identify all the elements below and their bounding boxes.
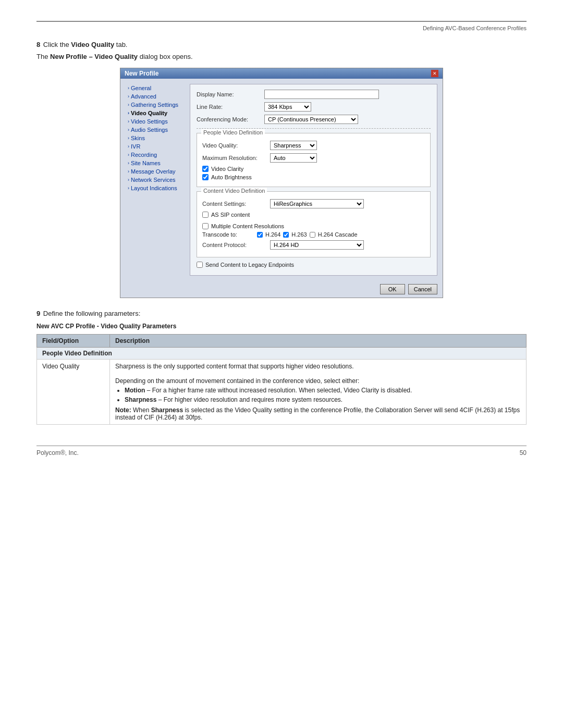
ok-button[interactable]: OK: [380, 284, 405, 294]
arrow-icon: ›: [128, 85, 129, 91]
separator: [197, 128, 431, 129]
people-video-body: Video Quality: Sharpness Motion Maximum …: [202, 141, 425, 180]
arrow-icon: ›: [128, 186, 129, 191]
header-title: Defining AVC-Based Conference Profiles: [36, 25, 527, 31]
transcode-row: Transcode to: H.264 H.263 H.264 Cascade: [202, 231, 425, 238]
line-rate-label: Line Rate:: [197, 104, 264, 110]
auto-brightness-row: Auto Brightness: [202, 174, 425, 180]
step8-text: Click the: [43, 41, 71, 48]
auto-brightness-checkbox[interactable]: [202, 174, 209, 180]
sharpness-text: – For higher video resolution and requir…: [158, 396, 343, 403]
sidebar-item-video-quality[interactable]: ›Video Quality: [126, 109, 186, 117]
step8-subbold: New Profile – Video Quality: [50, 53, 138, 60]
sidebar-item-skins[interactable]: ›Skins: [126, 134, 186, 142]
sidebar-item-gathering[interactable]: ›Gathering Settings: [126, 101, 186, 109]
arrow-icon: ›: [128, 110, 129, 116]
multiple-content-checkbox[interactable]: [202, 223, 209, 229]
content-video-section: Content Video Definition Content Setting…: [197, 191, 431, 257]
arrow-icon: ›: [128, 135, 129, 141]
step8-subtext: The: [36, 53, 50, 60]
note-when: When: [133, 406, 151, 414]
sidebar-item-network-services[interactable]: ›Network Services: [126, 176, 186, 184]
dialog-titlebar: New Profile ✕: [120, 68, 443, 79]
h264-label: H.264: [265, 231, 280, 238]
h264-checkbox[interactable]: [257, 232, 263, 238]
send-content-checkbox[interactable]: [197, 262, 203, 268]
conferencing-mode-select[interactable]: CP (Continuous Presence): [264, 115, 358, 124]
arrow-icon: ›: [128, 119, 129, 124]
note-sharpness-bold: Sharpness: [151, 406, 183, 414]
sidebar-item-video-settings[interactable]: ›Video Settings: [126, 117, 186, 126]
note-text: Note: When Sharpness is selected as the …: [115, 406, 521, 421]
dialog-sidebar: ›General ›Advanced ›Gathering Settings ›…: [126, 84, 186, 276]
transcode-label: Transcode to:: [202, 231, 254, 238]
line-rate-select[interactable]: 384 Kbps: [264, 102, 311, 112]
auto-brightness-label: Auto Brightness: [211, 174, 252, 180]
h263-checkbox[interactable]: [283, 232, 289, 238]
desc-bullets: Motion – For a higher frame rate without…: [125, 387, 521, 403]
display-name-row: Display Name:: [197, 90, 431, 99]
dialog-footer: OK Cancel: [120, 281, 443, 298]
step9-number: 9: [36, 310, 40, 317]
content-protocol-row: Content Protocol: H.264 HD: [202, 240, 425, 250]
dialog-title: New Profile: [125, 70, 158, 77]
step9-instruction: 9 Define the following parameters:: [36, 310, 527, 317]
as-sip-content-row: AS SIP content: [202, 212, 425, 218]
sidebar-item-audio-settings[interactable]: ›Audio Settings: [126, 126, 186, 134]
send-content-row: Send Content to Legacy Endpoints: [197, 262, 431, 268]
sidebar-item-message-overlay[interactable]: ›Message Overlay: [126, 167, 186, 176]
col-header-description: Description: [110, 335, 527, 348]
content-settings-select[interactable]: HiResGraphics: [270, 199, 364, 208]
video-quality-row: Video Quality: Sharpness Motion: [202, 141, 425, 150]
step9-text: Define the following parameters:: [43, 310, 140, 317]
dialog-close-button[interactable]: ✕: [431, 70, 438, 77]
display-name-label: Display Name:: [197, 91, 264, 97]
content-settings-row: Content Settings: HiResGraphics: [202, 199, 425, 208]
multiple-content-label: Multiple Content Resolutions: [211, 223, 284, 229]
conferencing-mode-label: Conferencing Mode:: [197, 116, 264, 122]
dialog-body: ›General ›Advanced ›Gathering Settings ›…: [120, 79, 443, 281]
sidebar-item-ivr[interactable]: ›IVR: [126, 142, 186, 151]
content-settings-label: Content Settings:: [202, 201, 270, 207]
company-name: Polycom®, Inc.: [36, 449, 79, 456]
sidebar-item-recording[interactable]: ›Recording: [126, 151, 186, 159]
arrow-icon: ›: [128, 161, 129, 166]
content-video-body: Content Settings: HiResGraphics AS SIP c…: [202, 199, 425, 250]
new-profile-dialog: New Profile ✕ ›General ›Advanced ›Gather…: [120, 68, 443, 298]
sidebar-item-site-names[interactable]: ›Site Names: [126, 159, 186, 167]
video-clarity-row: Video Clarity: [202, 166, 425, 172]
h264-cascade-checkbox[interactable]: [310, 232, 315, 238]
video-clarity-checkbox[interactable]: [202, 166, 209, 172]
cancel-button[interactable]: Cancel: [408, 284, 437, 294]
arrow-icon: ›: [128, 102, 129, 107]
content-video-title: Content Video Definition: [201, 188, 267, 194]
table-title: New AVC CP Profile - Video Quality Param…: [36, 323, 527, 330]
sharpness-bold: Sharpness: [125, 396, 156, 403]
max-resolution-label: Maximum Resolution:: [202, 155, 270, 161]
desc-para2: Depending on the amount of movement cont…: [115, 377, 359, 385]
arrow-icon: ›: [128, 127, 129, 132]
step8-subline: The New Profile – Video Quality dialog b…: [36, 53, 527, 60]
video-quality-select[interactable]: Sharpness Motion: [270, 141, 317, 150]
sidebar-item-layout-indications[interactable]: ›Layout Indications: [126, 184, 186, 192]
col-header-field: Field/Option: [37, 335, 110, 348]
step8-suffix: tab.: [114, 41, 127, 48]
section-label-people: People Video Definition: [37, 348, 527, 360]
content-protocol-select[interactable]: H.264 HD: [270, 240, 364, 250]
section-row-people: People Video Definition: [37, 348, 527, 360]
sidebar-item-general[interactable]: ›General: [126, 84, 186, 92]
line-rate-row: Line Rate: 384 Kbps: [197, 102, 431, 112]
header-divider: [36, 21, 527, 22]
page-footer: Polycom®, Inc. 50: [36, 446, 527, 456]
max-resolution-select[interactable]: Auto: [270, 153, 317, 163]
sidebar-item-advanced[interactable]: ›Advanced: [126, 92, 186, 101]
display-name-input[interactable]: [264, 90, 379, 99]
as-sip-checkbox[interactable]: [202, 212, 209, 218]
arrow-icon: ›: [128, 144, 129, 149]
h264-cascade-label: H.264 Cascade: [318, 231, 358, 238]
arrow-icon: ›: [128, 169, 129, 174]
step8-bold: Video Quality: [71, 41, 114, 48]
step8-subsuffix: dialog box opens.: [138, 53, 193, 60]
dialog-main-content: Display Name: Line Rate: 384 Kbps Confer…: [190, 84, 437, 276]
people-video-section: People Video Definition Video Quality: S…: [197, 133, 431, 187]
